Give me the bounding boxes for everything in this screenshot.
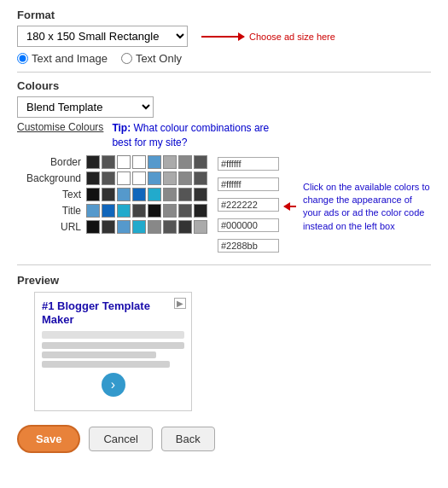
swatch-title-7[interactable]: [194, 204, 207, 218]
color-row-text: Text: [17, 188, 207, 201]
divider-1: [17, 72, 431, 73]
color-input-border[interactable]: [218, 157, 279, 171]
swatch-url-1[interactable]: [102, 220, 115, 234]
swatch-title-0[interactable]: [86, 204, 100, 218]
swatch-background-7[interactable]: [194, 171, 207, 185]
color-row-border: Border: [17, 155, 207, 169]
swatch-border-4[interactable]: [148, 155, 161, 169]
tip-link[interactable]: What colour combinations are best for my…: [112, 122, 269, 148]
preview-url: [42, 331, 184, 339]
customise-colours-link[interactable]: Customise Colours: [17, 121, 103, 133]
swatch-border-0[interactable]: [86, 155, 100, 169]
swatch-background-3[interactable]: [132, 171, 146, 185]
swatch-text-5[interactable]: [163, 188, 177, 201]
swatch-background-6[interactable]: [178, 171, 192, 185]
swatches-background: [86, 171, 207, 185]
buttons-row: Save Cancel Back: [17, 425, 431, 453]
radio-text-only[interactable]: [121, 53, 132, 64]
format-label: Format: [17, 9, 431, 21]
swatches-text: [86, 188, 207, 201]
radio-text-image[interactable]: [17, 53, 28, 64]
swatch-text-2[interactable]: [117, 188, 131, 201]
color-label-background: Background: [17, 172, 81, 184]
swatch-text-3[interactable]: [132, 188, 146, 201]
swatch-border-1[interactable]: [102, 155, 115, 169]
preview-desc-3: [42, 361, 170, 368]
swatch-text-1[interactable]: [102, 188, 115, 201]
preview-desc-2: [42, 351, 156, 358]
swatch-border-2[interactable]: [117, 155, 131, 169]
color-rows-block: BorderBackgroundTextTitleURL: [17, 155, 207, 236]
save-button[interactable]: Save: [17, 425, 80, 453]
color-row-background: Background: [17, 171, 207, 185]
tip-container: Tip: What colour combinations are best f…: [112, 121, 282, 150]
cancel-button[interactable]: Cancel: [89, 427, 152, 451]
swatch-background-5[interactable]: [163, 171, 177, 185]
swatch-title-1[interactable]: [102, 204, 115, 218]
color-input-background[interactable]: [218, 177, 279, 191]
preview-label: Preview: [17, 274, 431, 287]
color-row-url: URL: [17, 220, 207, 234]
colours-label: Colours: [17, 79, 431, 92]
swatch-background-4[interactable]: [148, 171, 161, 185]
swatch-url-0[interactable]: [86, 220, 100, 234]
color-input-url[interactable]: [218, 239, 279, 253]
swatch-border-3[interactable]: [132, 155, 146, 169]
swatch-title-3[interactable]: [132, 204, 146, 218]
click-arrow: [284, 206, 296, 207]
swatch-title-5[interactable]: [163, 204, 177, 218]
swatches-border: [86, 155, 207, 169]
preview-section: Preview ▶ #1 Blogger Template Maker ›: [17, 274, 431, 411]
divider-2: [17, 264, 431, 265]
swatch-url-7[interactable]: [194, 220, 207, 234]
swatch-border-5[interactable]: [163, 155, 177, 169]
swatch-title-2[interactable]: [117, 204, 131, 218]
color-label-border: Border: [17, 156, 81, 168]
swatches-title: [86, 204, 207, 218]
swatch-url-6[interactable]: [178, 220, 192, 234]
color-label-url: URL: [17, 221, 81, 233]
swatch-text-7[interactable]: [194, 188, 207, 201]
swatch-url-2[interactable]: [117, 220, 131, 234]
choose-ad-size-arrow: Choose ad size here: [201, 32, 335, 42]
ad-size-select[interactable]: 180 x 150 Small Rectangle200 x 200 Small…: [17, 26, 188, 47]
swatch-background-2[interactable]: [117, 171, 131, 185]
radio-text-image-label[interactable]: Text and Image: [17, 52, 108, 65]
colours-section: Colours Blend TemplateComplement Templat…: [17, 79, 431, 258]
tip-label: Tip:: [112, 122, 131, 134]
swatch-url-5[interactable]: [163, 220, 177, 234]
color-input-title[interactable]: [218, 218, 279, 232]
swatch-background-0[interactable]: [86, 171, 100, 185]
swatch-text-6[interactable]: [178, 188, 192, 201]
color-input-text[interactable]: [218, 198, 279, 212]
click-annotation: Click on the available colors to change …: [303, 181, 431, 234]
radio-text-only-label[interactable]: Text Only: [121, 52, 182, 65]
preview-ad-icon: ▶: [174, 298, 186, 309]
swatch-border-7[interactable]: [194, 155, 207, 169]
swatch-border-6[interactable]: [178, 155, 192, 169]
choose-ad-size-label: Choose ad size here: [249, 32, 335, 42]
radio-text-only-text: Text Only: [136, 52, 182, 65]
format-section: Format 180 x 150 Small Rectangle200 x 20…: [17, 9, 431, 65]
swatch-title-4[interactable]: [148, 204, 161, 218]
radio-text-image-text: Text and Image: [32, 52, 108, 65]
preview-title: #1 Blogger Template Maker: [42, 299, 184, 328]
swatch-url-4[interactable]: [148, 220, 161, 234]
swatch-background-1[interactable]: [102, 171, 115, 185]
color-row-title: Title: [17, 204, 207, 218]
swatch-text-0[interactable]: [86, 188, 100, 201]
swatches-url: [86, 220, 207, 234]
swatch-title-6[interactable]: [178, 204, 192, 218]
color-inputs-block: [214, 155, 279, 258]
preview-arrow-btn[interactable]: ›: [102, 373, 125, 397]
back-button[interactable]: Back: [161, 427, 215, 451]
color-label-text: Text: [17, 189, 81, 200]
swatch-text-4[interactable]: [148, 188, 161, 201]
preview-box: ▶ #1 Blogger Template Maker ›: [34, 292, 192, 411]
click-annotation-wrapper: Click on the available colors to change …: [284, 181, 431, 234]
preview-desc-1: [42, 342, 184, 349]
blend-select[interactable]: Blend TemplateComplement TemplateCustom: [17, 96, 154, 118]
color-label-title: Title: [17, 205, 81, 217]
swatch-url-3[interactable]: [132, 220, 146, 234]
